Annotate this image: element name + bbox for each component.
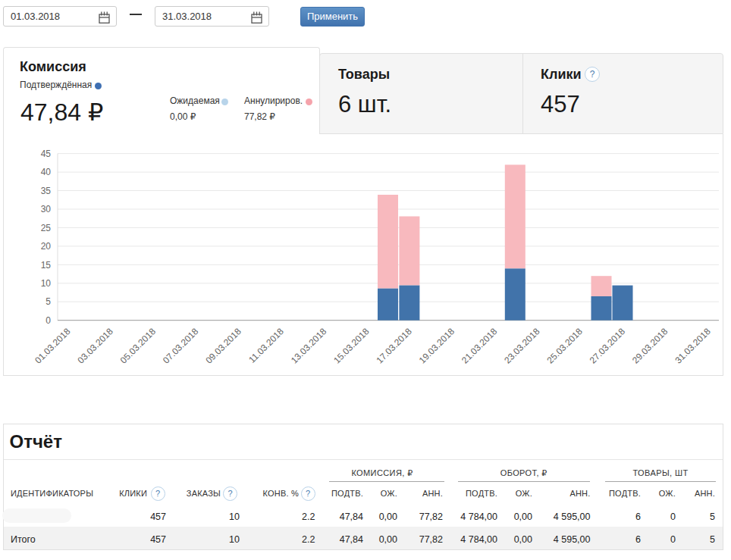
- svg-text:35: 35: [41, 186, 52, 196]
- svg-text:20: 20: [41, 241, 52, 252]
- svg-text:01.03.2018: 01.03.2018: [33, 326, 73, 366]
- svg-text:15: 15: [41, 260, 52, 271]
- svg-text:29.03.2018: 29.03.2018: [630, 326, 670, 366]
- svg-text:45: 45: [41, 149, 52, 159]
- svg-text:05.03.2018: 05.03.2018: [118, 326, 158, 366]
- svg-text:25: 25: [41, 223, 52, 233]
- svg-text:11.03.2018: 11.03.2018: [246, 326, 286, 365]
- svg-text:5: 5: [45, 296, 51, 307]
- svg-text:23.03.2018: 23.03.2018: [502, 326, 542, 366]
- svg-text:40: 40: [41, 167, 52, 177]
- svg-text:31.03.2018: 31.03.2018: [673, 326, 713, 366]
- svg-text:30: 30: [41, 204, 52, 214]
- svg-text:10: 10: [41, 278, 52, 289]
- svg-text:17.03.2018: 17.03.2018: [374, 326, 414, 366]
- svg-text:27.03.2018: 27.03.2018: [588, 326, 628, 366]
- svg-text:13.03.2018: 13.03.2018: [289, 326, 329, 366]
- svg-text:07.03.2018: 07.03.2018: [161, 326, 201, 366]
- svg-text:0: 0: [45, 315, 51, 326]
- svg-text:09.03.2018: 09.03.2018: [203, 326, 243, 366]
- svg-text:25.03.2018: 25.03.2018: [545, 326, 585, 366]
- svg-text:21.03.2018: 21.03.2018: [460, 326, 500, 366]
- svg-text:15.03.2018: 15.03.2018: [331, 326, 372, 366]
- svg-text:03.03.2018: 03.03.2018: [76, 326, 116, 366]
- svg-text:19.03.2018: 19.03.2018: [417, 326, 457, 366]
